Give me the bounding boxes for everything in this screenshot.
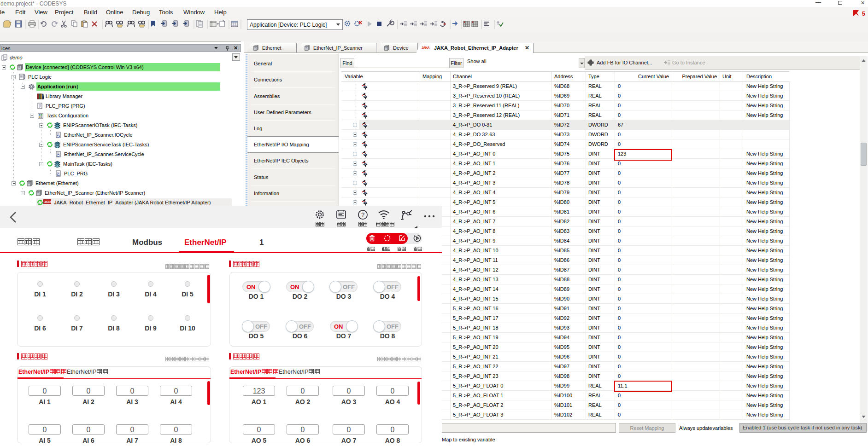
svg-text:?: ? (361, 211, 364, 218)
svg-text:5: 5 (862, 11, 865, 17)
